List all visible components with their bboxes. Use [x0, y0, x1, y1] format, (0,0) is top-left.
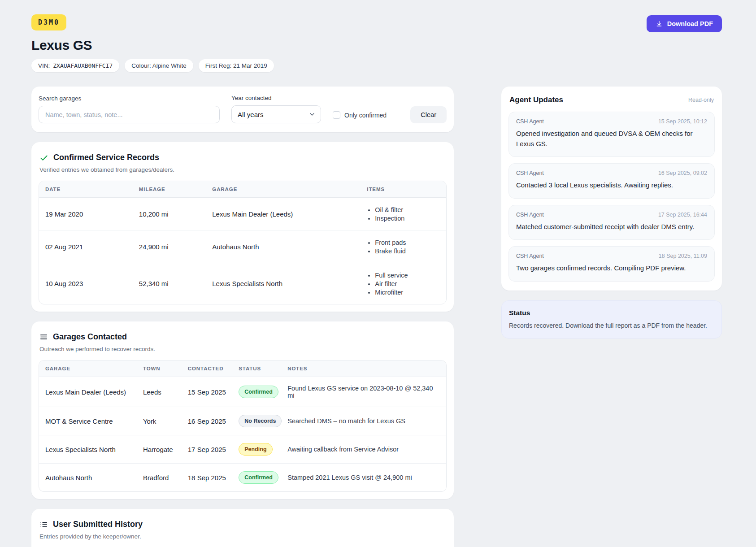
table-row: 19 Mar 2020 10,200 mi Lexus Main Dealer … [39, 198, 446, 230]
first-reg-chip: First Reg: 21 Mar 2019 [199, 59, 274, 72]
service-items: Front pads Brake fluid [367, 238, 440, 255]
col-header-town: TOWN [137, 360, 182, 377]
garages-section-subtitle: Outreach we performed to recover records… [39, 346, 446, 352]
garage-notes: Stamped 2021 Lexus GS visit @ 24,900 mi [281, 464, 446, 492]
col-header-contacted: CONTACTED [182, 360, 233, 377]
agent-message: Contacted 3 local Lexus specialists. Awa… [516, 180, 707, 191]
garage-notes: Searched DMS – no match for Lexus GS [281, 407, 446, 435]
search-group: Search garages [39, 95, 220, 123]
agent-timestamp: 18 Sep 2025, 11:09 [659, 253, 707, 259]
agent-updates-title: Agent Updates [509, 96, 563, 104]
col-header-garage: GARAGE [206, 181, 361, 198]
status-badge: Pending [239, 443, 272, 456]
service-item: Microfilter [375, 288, 440, 296]
garage-contacted: 18 Sep 2025 [182, 464, 233, 492]
agent-author: CSH Agent [516, 118, 544, 125]
service-items: Oil & filter Inspection [367, 205, 440, 222]
col-header-garage: GARAGE [39, 360, 137, 377]
table-row: 02 Aug 2021 24,900 mi Autohaus North Fro… [39, 230, 446, 263]
user-history-section-subtitle: Entries provided by the keeper/owner. [39, 533, 446, 540]
agent-author: CSH Agent [516, 170, 544, 176]
service-items: Full service Air filter Microfilter [367, 271, 440, 296]
page-title: Lexus GS [31, 38, 274, 53]
download-pdf-button[interactable]: Download PDF [647, 15, 722, 32]
table-row: MOT & Service Centre York 16 Sep 2025 No… [39, 407, 446, 435]
service-item: Full service [375, 271, 440, 279]
service-garage: Autohaus North [206, 230, 361, 263]
agent-timestamp: 16 Sep 2025, 09:02 [658, 170, 707, 176]
table-header-row: DATE MILEAGE GARAGE ITEMS [39, 181, 446, 198]
status-card: Status Records recovered. Download the f… [501, 300, 722, 339]
agent-update-item: CSH Agent 15 Sep 2025, 10:12 Opened inve… [508, 112, 715, 157]
confirmed-section-subtitle: Verified entries we obtained from garage… [39, 166, 446, 173]
garages-table: GARAGE TOWN CONTACTED STATUS NOTES Lexus… [39, 360, 447, 492]
agent-timestamp: 15 Sep 2025, 10:12 [658, 118, 707, 125]
garage-town: York [137, 407, 182, 435]
agent-message: Matched customer-submitted receipt with … [516, 222, 707, 232]
garage-town: Bradford [137, 464, 182, 492]
table-row: Autohaus North Bradford 18 Sep 2025 Conf… [39, 464, 446, 492]
table-header-row: GARAGE TOWN CONTACTED STATUS NOTES [39, 360, 446, 377]
readonly-label: Read-only [688, 97, 714, 103]
header-left: D3M0 Lexus GS VIN: ZXAUAFAUXB0NFFCI7 Col… [31, 14, 274, 72]
col-header-date: DATE [39, 181, 133, 198]
service-item: Oil & filter [375, 205, 440, 214]
only-confirmed-checkbox[interactable] [333, 111, 340, 119]
agent-author: CSH Agent [516, 253, 544, 259]
check-icon [39, 153, 48, 162]
colour-chip: Colour: Alpine White [125, 59, 193, 72]
garage-name: Autohaus North [39, 464, 137, 492]
agent-update-item: CSH Agent 17 Sep 2025, 16:44 Matched cus… [508, 205, 715, 240]
agent-update-item: CSH Agent 18 Sep 2025, 11:09 Two garages… [508, 246, 715, 282]
col-header-mileage: MILEAGE [133, 181, 206, 198]
col-header-status: STATUS [232, 360, 281, 377]
status-title: Status [509, 309, 714, 317]
garage-name: Lexus Specialists North [39, 435, 137, 464]
service-item: Air filter [375, 279, 440, 288]
status-badge: No Records [239, 415, 282, 427]
agent-updates-card: Agent Updates Read-only CSH Agent 15 Sep… [501, 87, 722, 291]
only-confirmed-group: Only confirmed [333, 111, 387, 123]
service-item: Inspection [375, 214, 440, 222]
year-contacted-select[interactable]: All years [231, 105, 321, 123]
menu-lines-icon [39, 333, 48, 341]
service-item: Brake fluid [375, 247, 440, 255]
garage-name: Lexus Main Dealer (Leeds) [39, 377, 137, 407]
service-date: 02 Aug 2021 [39, 230, 133, 263]
confirmed-table: DATE MILEAGE GARAGE ITEMS 19 Mar 2020 10… [39, 181, 447, 304]
clear-filters-button[interactable]: Clear [410, 106, 447, 123]
service-garage: Lexus Specialists North [206, 263, 361, 304]
demo-badge: D3M0 [31, 14, 66, 30]
garage-contacted: 17 Sep 2025 [182, 435, 233, 464]
status-message: Records recovered. Download the full rep… [509, 322, 714, 329]
garages-section-title: Garages Contacted [53, 332, 127, 342]
agent-message: Opened investigation and queued DVSA & O… [516, 129, 707, 149]
search-input[interactable] [39, 106, 220, 123]
col-header-notes: NOTES [281, 360, 446, 377]
service-mileage: 10,200 mi [133, 198, 206, 230]
table-row: Lexus Main Dealer (Leeds) Leeds 15 Sep 2… [39, 377, 446, 407]
table-row: Lexus Specialists North Harrogate 17 Sep… [39, 435, 446, 464]
user-history-section-title: User Submitted History [53, 520, 143, 529]
status-badge: Confirmed [239, 471, 278, 484]
vin-label: VIN: [38, 62, 50, 69]
vin-chip: VIN: ZXAUAFAUXB0NFFCI7 [31, 59, 119, 72]
agent-timestamp: 17 Sep 2025, 16:44 [658, 212, 707, 218]
service-mileage: 24,900 mi [133, 230, 206, 263]
filter-bar: Search garages Year contacted All years [31, 87, 454, 132]
agent-author: CSH Agent [516, 212, 544, 218]
list-icon [39, 520, 48, 529]
garage-contacted: 16 Sep 2025 [182, 407, 233, 435]
only-confirmed-label: Only confirmed [344, 112, 387, 119]
garage-notes: Awaiting callback from Service Advisor [281, 435, 446, 464]
garage-town: Harrogate [137, 435, 182, 464]
confirmed-service-records-card: Confirmed Service Records Verified entri… [31, 142, 454, 312]
download-pdf-label: Download PDF [667, 20, 713, 27]
service-date: 19 Mar 2020 [39, 198, 133, 230]
status-badge: Confirmed [239, 386, 278, 398]
vin-value: ZXAUAFAUXB0NFFCI7 [53, 62, 113, 69]
garage-notes: Found Lexus GS service on 2023-08-10 @ 5… [281, 377, 446, 407]
service-date: 10 Aug 2023 [39, 263, 133, 304]
page: D3M0 Lexus GS VIN: ZXAUAFAUXB0NFFCI7 Col… [0, 0, 756, 547]
garage-town: Leeds [137, 377, 182, 407]
